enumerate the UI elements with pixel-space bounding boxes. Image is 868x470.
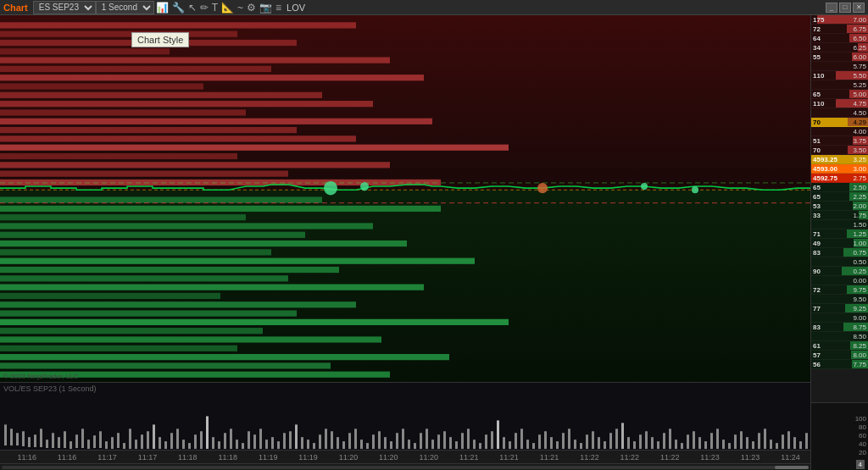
price-row[interactable]: 0.50 xyxy=(811,257,868,267)
svg-rect-143 xyxy=(556,441,559,449)
price-row[interactable]: 8.50 xyxy=(811,332,868,341)
svg-rect-88 xyxy=(230,429,232,449)
svg-rect-84 xyxy=(206,417,209,450)
scroll-btn[interactable]: 4 xyxy=(856,460,865,469)
svg-rect-166 xyxy=(693,431,695,449)
price-row[interactable]: 652.50 xyxy=(811,183,868,192)
price-row[interactable]: 491.00 xyxy=(811,239,868,248)
svg-point-45 xyxy=(324,181,337,195)
price-row[interactable]: 4.50 xyxy=(811,108,868,118)
svg-rect-150 xyxy=(598,437,600,449)
svg-rect-86 xyxy=(218,441,220,449)
price-value: 8.25 xyxy=(853,342,866,350)
svg-rect-102 xyxy=(313,443,315,449)
price-row[interactable]: 838.75 xyxy=(811,323,868,332)
vol-level-80: 80 xyxy=(813,423,866,431)
size-value: 83 xyxy=(813,323,821,331)
price-chart[interactable]: Chart Style xyxy=(0,15,810,382)
price-row[interactable]: 1105.50 xyxy=(811,71,868,80)
camera-icon[interactable]: 📷 xyxy=(258,2,274,14)
svg-rect-126 xyxy=(455,441,458,449)
price-row[interactable]: 726.75 xyxy=(811,25,868,34)
price-row[interactable]: 704.29 xyxy=(811,118,868,127)
price-row[interactable]: 513.75 xyxy=(811,136,868,146)
price-row[interactable]: 655.00 xyxy=(811,90,868,99)
svg-rect-153 xyxy=(615,429,618,449)
svg-rect-38 xyxy=(0,336,381,342)
price-row[interactable]: 346.25 xyxy=(811,43,868,53)
svg-rect-154 xyxy=(621,423,624,449)
price-row[interactable]: 1757.00 xyxy=(811,15,868,25)
svg-rect-148 xyxy=(586,434,588,449)
price-row[interactable]: 4593.003.00 xyxy=(811,164,868,174)
price-value: 3.25 xyxy=(853,156,866,163)
more-icon[interactable]: ≡ xyxy=(274,2,283,14)
price-row[interactable]: 900.25 xyxy=(811,267,868,276)
scrollbar-track[interactable] xyxy=(2,466,809,469)
close-btn[interactable]: ✕ xyxy=(853,3,865,13)
svg-rect-162 xyxy=(669,429,671,449)
price-row[interactable]: 703.50 xyxy=(811,146,868,155)
time-tick: 11:20 xyxy=(409,453,448,462)
price-row[interactable]: 9.00 xyxy=(811,313,868,323)
time-tick: 11:20 xyxy=(369,453,409,462)
price-row[interactable]: 779.25 xyxy=(811,304,868,313)
size-value: 33 xyxy=(813,212,821,219)
price-row[interactable]: 729.75 xyxy=(811,285,868,295)
price-row[interactable]: 0.00 xyxy=(811,276,868,285)
price-row[interactable]: 4.00 xyxy=(811,127,868,136)
fib-icon[interactable]: ~ xyxy=(236,2,245,14)
price-row[interactable]: 567.75 xyxy=(811,360,868,369)
svg-rect-89 xyxy=(236,440,238,449)
cursor-icon[interactable]: ↖ xyxy=(186,2,198,14)
size-value: 72 xyxy=(813,25,821,33)
timeframe-select[interactable]: 1 Second xyxy=(96,1,154,14)
svg-rect-115 xyxy=(390,441,392,449)
price-row[interactable]: 4593.253.25 xyxy=(811,155,868,164)
svg-rect-8 xyxy=(0,75,424,80)
price-row[interactable]: 331.75 xyxy=(811,211,868,220)
svg-rect-101 xyxy=(307,440,309,449)
svg-rect-93 xyxy=(259,429,262,449)
svg-rect-37 xyxy=(0,328,263,334)
time-tick: 11:21 xyxy=(448,453,488,462)
symbol-select[interactable]: ES SEP23 xyxy=(33,1,96,14)
price-row[interactable]: 1104.75 xyxy=(811,99,868,108)
price-row[interactable]: 9.50 xyxy=(811,295,868,304)
svg-rect-180 xyxy=(776,443,778,449)
scrollbar-thumb[interactable] xyxy=(775,466,809,469)
minimize-btn[interactable]: _ xyxy=(826,3,837,13)
ruler-icon[interactable]: 📐 xyxy=(220,2,236,14)
pencil-icon[interactable]: ✏ xyxy=(198,2,210,14)
price-row[interactable]: 556.00 xyxy=(811,53,868,62)
settings-icon[interactable]: ⚙ xyxy=(245,2,258,14)
price-value: 5.00 xyxy=(853,91,866,98)
tools-icon[interactable]: 🔧 xyxy=(170,2,186,14)
price-row[interactable]: 5.25 xyxy=(811,80,868,90)
price-row[interactable]: 5.75 xyxy=(811,62,868,71)
price-value: 0.75 xyxy=(853,249,866,257)
price-row[interactable]: 711.25 xyxy=(811,229,868,239)
size-value: 34 xyxy=(813,44,821,52)
maximize-btn[interactable]: □ xyxy=(839,3,851,13)
price-row[interactable]: 646.50 xyxy=(811,34,868,43)
scrollbar-area[interactable] xyxy=(0,463,810,470)
size-value: 65 xyxy=(813,193,821,201)
svg-rect-119 xyxy=(414,443,416,449)
chart-icon[interactable]: 📊 xyxy=(154,2,170,14)
price-row[interactable]: 830.75 xyxy=(811,248,868,257)
price-row[interactable]: 578.00 xyxy=(811,351,868,360)
price-row[interactable]: 1.50 xyxy=(811,220,868,229)
svg-rect-110 xyxy=(360,440,363,449)
price-row[interactable]: 532.00 xyxy=(811,202,868,211)
svg-rect-98 xyxy=(289,431,292,449)
price-row[interactable]: 652.25 xyxy=(811,192,868,202)
svg-rect-145 xyxy=(568,429,570,449)
svg-rect-63 xyxy=(81,429,84,448)
svg-rect-165 xyxy=(687,434,689,449)
price-row[interactable]: 618.25 xyxy=(811,341,868,351)
text-icon[interactable]: T xyxy=(210,2,220,14)
svg-rect-139 xyxy=(532,443,535,449)
price-row[interactable]: 4592.752.75 xyxy=(811,174,868,183)
svg-rect-181 xyxy=(782,434,784,449)
